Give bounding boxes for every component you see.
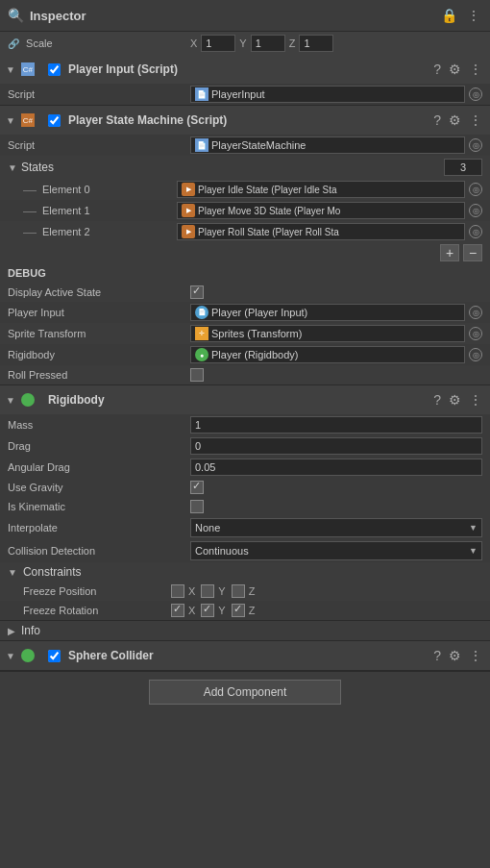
sprite-transform-field[interactable]: ✛ Sprites (Transform): [190, 325, 465, 342]
interpolate-select[interactable]: None ▼: [190, 518, 482, 537]
fold-arrow-sphere-collider[interactable]: ▼: [6, 651, 15, 661]
scale-z-input[interactable]: [299, 35, 333, 52]
dash-1: —: [23, 203, 37, 218]
fold-arrow-info[interactable]: ▶: [8, 626, 15, 636]
plus-minus-row: + −: [0, 242, 490, 263]
display-active-state-row: Display Active State: [0, 283, 490, 302]
freeze-rotation-row: Freeze Rotation X Y Z: [0, 601, 490, 620]
freeze-pos-z-checkbox[interactable]: [232, 584, 245, 598]
sphere-collider-settings-icon[interactable]: ⚙: [447, 646, 463, 665]
collision-detection-select[interactable]: Continuous ▼: [190, 541, 482, 560]
freeze-pos-z-item: Z: [232, 584, 256, 598]
state-machine-enable-checkbox[interactable]: [48, 114, 61, 127]
is-kinematic-row: Is Kinematic: [0, 497, 490, 516]
player-input-header: ▼ C# Player Input (Script) ? ⚙ ⋮: [0, 55, 490, 84]
sprite-transform-target-btn[interactable]: ◎: [469, 327, 482, 340]
debug-header: DEBUG: [0, 263, 490, 283]
freeze-pos-x-checkbox[interactable]: [171, 584, 184, 598]
collision-detection-value: Continuous ▼: [190, 541, 482, 560]
drag-input[interactable]: [190, 437, 482, 455]
state-machine-menu-icon[interactable]: ⋮: [467, 111, 484, 130]
add-element-btn[interactable]: +: [440, 244, 459, 261]
state-machine-script-icon: C#: [21, 113, 35, 127]
freeze-rot-x-label: X: [188, 605, 195, 616]
player-input-prop-target-btn[interactable]: ◎: [469, 306, 482, 319]
state-machine-help-icon[interactable]: ?: [431, 111, 443, 130]
element-1-target-btn[interactable]: ◎: [469, 204, 482, 217]
scale-y-input[interactable]: [251, 35, 285, 52]
use-gravity-row: Use Gravity: [0, 478, 490, 497]
interpolate-row: Interpolate None ▼: [0, 516, 490, 539]
player-input-settings-icon[interactable]: ⚙: [447, 60, 463, 79]
sprite-transform-value: ✛ Sprites (Transform) ◎: [190, 325, 482, 342]
display-active-state-checkbox[interactable]: [190, 285, 204, 299]
constraints-header: ▼ Constraints: [0, 562, 490, 582]
rigidbody-menu-icon[interactable]: ⋮: [467, 390, 484, 409]
player-input-help-icon[interactable]: ?: [431, 60, 443, 79]
menu-icon[interactable]: ⋮: [465, 6, 482, 25]
fold-arrow-states[interactable]: ▼: [8, 162, 17, 173]
state-machine-settings-icon[interactable]: ⚙: [447, 111, 463, 130]
element-2-field[interactable]: ▶ Player Roll State (Player Roll Sta: [177, 223, 465, 240]
fold-arrow-state-machine[interactable]: ▼: [6, 115, 15, 126]
player-input-target-btn[interactable]: ◎: [469, 87, 482, 101]
dash-2: —: [23, 224, 37, 239]
element-0-field[interactable]: ▶ Player Idle State (Player Idle Sta: [177, 181, 465, 198]
state-icon-1: ▶: [182, 204, 195, 217]
rigidbody-settings-icon[interactable]: ⚙: [447, 390, 463, 409]
rigidbody-prop-target-btn[interactable]: ◎: [469, 348, 482, 361]
player-input-prop-row: Player Input 📄 Player (Player Input) ◎: [0, 302, 490, 323]
is-kinematic-checkbox[interactable]: [190, 500, 204, 513]
dash-0: —: [23, 182, 37, 197]
state-machine-target-btn[interactable]: ◎: [469, 138, 482, 152]
freeze-rotation-checks: X Y Z: [171, 604, 255, 617]
display-active-state-label: Display Active State: [8, 286, 190, 298]
sphere-collider-section: ▼ Sphere Collider ? ⚙ ⋮: [0, 641, 490, 671]
freeze-rot-x-checkbox[interactable]: [171, 604, 184, 617]
element-1-field[interactable]: ▶ Player Move 3D State (Player Mo: [177, 202, 465, 219]
fold-arrow-rigidbody[interactable]: ▼: [6, 395, 15, 406]
scale-x-input[interactable]: [201, 35, 235, 52]
state-machine-script-label: Script: [8, 139, 190, 151]
roll-pressed-checkbox[interactable]: [190, 368, 204, 382]
element-2-target-btn[interactable]: ◎: [469, 225, 482, 238]
mass-input[interactable]: [190, 416, 482, 434]
sphere-collider-icon: [21, 649, 35, 662]
state-icon-0: ▶: [182, 183, 195, 196]
add-component-button[interactable]: Add Component: [149, 680, 341, 705]
freeze-rot-z-checkbox[interactable]: [232, 604, 245, 617]
info-label: Info: [21, 624, 482, 637]
player-input-enable-checkbox[interactable]: [48, 63, 61, 76]
is-kinematic-label: Is Kinematic: [8, 501, 190, 512]
freeze-pos-y-checkbox[interactable]: [201, 584, 214, 598]
element-0-target-btn[interactable]: ◎: [469, 183, 482, 196]
player-input-section: ▼ C# Player Input (Script) ? ⚙ ⋮ Script …: [0, 55, 490, 106]
fold-arrow-player-input[interactable]: ▼: [6, 64, 15, 75]
fold-arrow-constraints[interactable]: ▼: [8, 567, 17, 578]
rigidbody-prop-field[interactable]: ● Player (Rigidbody): [190, 346, 465, 363]
use-gravity-checkbox[interactable]: [190, 481, 204, 494]
lock-icon[interactable]: 🔒: [439, 6, 459, 25]
sphere-collider-enable-checkbox[interactable]: [48, 650, 61, 662]
player-input-script-field[interactable]: 📄 PlayerInput: [190, 86, 465, 103]
roll-pressed-label: Roll Pressed: [8, 369, 190, 381]
sphere-collider-menu-icon[interactable]: ⋮: [467, 646, 484, 665]
player-input-prop-field[interactable]: 📄 Player (Player Input): [190, 304, 465, 321]
sphere-collider-help-icon[interactable]: ?: [431, 646, 443, 665]
y-label: Y: [239, 37, 246, 49]
freeze-rot-y-checkbox[interactable]: [201, 604, 214, 617]
player-input-prop-label: Player Input: [8, 307, 190, 318]
freeze-rot-x-item: X: [171, 604, 195, 617]
freeze-rot-y-item: Y: [201, 604, 225, 617]
rigidbody-help-icon[interactable]: ?: [431, 390, 443, 409]
element-0-value: ▶ Player Idle State (Player Idle Sta ◎: [177, 181, 482, 198]
states-count[interactable]: 3: [444, 159, 482, 176]
info-section: ▶ Info: [0, 621, 490, 641]
angular-drag-input[interactable]: [190, 459, 482, 476]
state-machine-script-field[interactable]: 📄 PlayerStateMachine: [190, 136, 465, 154]
is-kinematic-value: [190, 500, 482, 513]
player-input-menu-icon[interactable]: ⋮: [467, 60, 484, 79]
element-2-label: — Element 2: [23, 224, 177, 239]
freeze-rot-y-label: Y: [218, 605, 225, 616]
remove-element-btn[interactable]: −: [463, 244, 482, 261]
